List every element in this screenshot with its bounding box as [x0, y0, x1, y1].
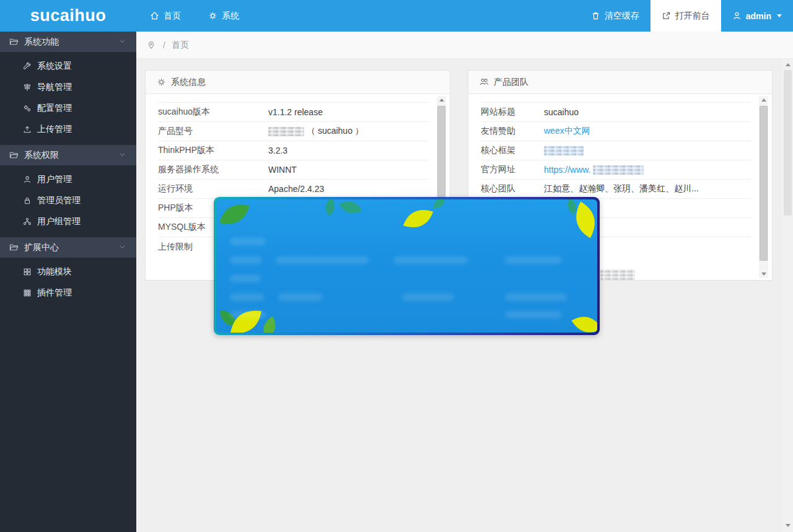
- clear-cache-button[interactable]: 清空缓存: [580, 0, 651, 32]
- panel-scrollbar[interactable]: [759, 96, 768, 278]
- scroll-up-arrow[interactable]: [437, 96, 446, 104]
- sidebar-item-label: 管理员管理: [37, 195, 81, 206]
- sponsor-link[interactable]: weex中文网: [544, 126, 590, 137]
- blurred-content-blob: [230, 294, 264, 301]
- row-value: 江如意、赵瀚卿、张玥、潘美红、赵川...: [544, 183, 699, 194]
- redacted-value: [268, 127, 304, 136]
- panel-title: 产品团队: [494, 77, 528, 88]
- blurred-content-blob: [230, 256, 262, 264]
- scroll-down-arrow[interactable]: [782, 521, 793, 530]
- nav-home-label: 首页: [164, 11, 181, 22]
- sidebar-group-system-functions: 系统设置 导航管理 配置管理 上传管理: [0, 52, 136, 145]
- row-label: 服务器操作系统: [158, 164, 268, 175]
- sidebar-item-admin-management[interactable]: 管理员管理: [0, 190, 136, 211]
- sidebar-item-label: 系统设置: [37, 61, 72, 72]
- table-row: 运行环境 Apache/2.4.23: [158, 180, 429, 199]
- blurred-content-blob: [505, 294, 567, 301]
- product-team-header: 产品团队: [468, 71, 772, 94]
- sidebar-item-config-management[interactable]: 配置管理: [0, 98, 136, 119]
- row-value: 3.2.3: [268, 146, 287, 155]
- th-icon: [23, 289, 32, 297]
- breadcrumb-current[interactable]: 首页: [172, 40, 189, 51]
- topbar: sucaihuo 首页 系统 清空缓存 打开前台 admin: [0, 0, 793, 32]
- blurred-content-blob: [393, 256, 468, 264]
- user-menu-label: admin: [746, 11, 771, 21]
- panel-title: 系统信息: [171, 77, 206, 88]
- sidebar: 系统功能 系统设置 导航管理 配置管理 上传管理 系统权限: [0, 32, 136, 532]
- table-row: 核心框架: [481, 141, 751, 160]
- open-frontend-button[interactable]: 打开前台: [651, 0, 721, 32]
- nav-home[interactable]: 首页: [136, 0, 195, 32]
- sidebar-item-nav-management[interactable]: 导航管理: [0, 77, 136, 98]
- trash-icon: [591, 11, 600, 20]
- table-row: 核心团队 江如意、赵瀚卿、张玥、潘美红、赵川...: [481, 180, 751, 199]
- nav-system[interactable]: 系统: [195, 0, 253, 32]
- clear-cache-label: 清空缓存: [605, 11, 639, 22]
- row-label: 产品型号: [158, 126, 268, 137]
- row-label: 网站标题: [481, 107, 544, 118]
- table-row: 官方网址 https://www.: [481, 160, 751, 180]
- sidebar-section-label: 系统功能: [24, 37, 59, 48]
- th-large-icon: [23, 268, 32, 276]
- row-value-suffix: （ sucaihuo ）: [307, 126, 364, 137]
- leaf-decoration: [337, 199, 365, 222]
- upload-icon: [23, 125, 32, 134]
- official-site-url[interactable]: https://www.: [544, 165, 590, 175]
- leaf-decoration: [216, 199, 255, 232]
- redacted-value: [600, 269, 635, 280]
- user-menu[interactable]: admin: [721, 0, 793, 32]
- sidebar-item-plugin-management[interactable]: 插件管理: [0, 282, 136, 303]
- sidebar-section-extension-center[interactable]: 扩展中心: [0, 237, 136, 258]
- blurred-content-blob: [278, 294, 323, 301]
- official-site-link[interactable]: https://www.: [544, 165, 644, 175]
- sidebar-item-label: 导航管理: [37, 82, 72, 93]
- row-value: [544, 146, 584, 155]
- sidebar-group-system-permissions: 用户管理 管理员管理 用户组管理: [0, 165, 136, 237]
- folder-icon: [9, 243, 19, 252]
- user-icon: [23, 175, 32, 184]
- row-value: v1.1.2 release: [268, 107, 323, 117]
- scroll-down-arrow[interactable]: [759, 270, 768, 278]
- sidebar-item-function-modules[interactable]: 功能模块: [0, 261, 136, 282]
- open-frontend-label: 打开前台: [675, 11, 710, 22]
- scroll-thumb[interactable]: [784, 70, 792, 216]
- sidebar-item-system-settings[interactable]: 系统设置: [0, 56, 136, 77]
- table-row: sucaihuo版本 v1.1.2 release: [158, 103, 429, 122]
- external-link-icon: [662, 11, 671, 20]
- row-label: 核心框架: [481, 145, 544, 156]
- blurred-content-blob: [505, 256, 562, 264]
- blurred-content-blob: [230, 311, 266, 318]
- blurred-popup-overlay[interactable]: [214, 197, 600, 335]
- sidebar-item-label: 用户管理: [37, 174, 72, 185]
- redacted-value: [544, 146, 584, 155]
- home-icon: [150, 11, 159, 20]
- row-label: 核心团队: [481, 183, 544, 194]
- sidebar-item-usergroup-management[interactable]: 用户组管理: [0, 211, 136, 232]
- sidebar-section-system-functions[interactable]: 系统功能: [0, 32, 136, 52]
- sidebar-item-upload-management[interactable]: 上传管理: [0, 119, 136, 140]
- system-info-header: 系统信息: [146, 71, 450, 94]
- blurred-content-blob: [276, 256, 369, 264]
- scroll-thumb[interactable]: [760, 106, 768, 261]
- gear-icon: [157, 77, 166, 87]
- table-row: 友情赞助 weex中文网: [481, 122, 751, 141]
- sidebar-section-system-permissions[interactable]: 系统权限: [0, 145, 136, 165]
- breadcrumb: / 首页: [136, 32, 793, 59]
- sidebar-item-label: 功能模块: [37, 266, 72, 277]
- user-icon: [732, 11, 742, 20]
- chevron-down-icon: [118, 37, 127, 48]
- sidebar-item-user-management[interactable]: 用户管理: [0, 169, 136, 190]
- wrench-icon: [23, 62, 32, 71]
- gears-icon: [23, 104, 32, 113]
- table-row: 服务器操作系统 WINNT: [158, 160, 429, 180]
- page-scrollbar[interactable]: [782, 59, 793, 532]
- breadcrumb-separator: /: [163, 40, 165, 50]
- logo[interactable]: sucaihuo: [0, 0, 136, 32]
- scroll-up-arrow[interactable]: [782, 60, 793, 69]
- row-label: 运行环境: [158, 183, 268, 194]
- row-label: ThinkPHP版本: [158, 145, 268, 156]
- row-value: （ sucaihuo ）: [268, 126, 364, 137]
- row-value: sucaihuo: [544, 107, 579, 117]
- scroll-up-arrow[interactable]: [759, 96, 768, 104]
- caret-down-icon: [777, 14, 782, 17]
